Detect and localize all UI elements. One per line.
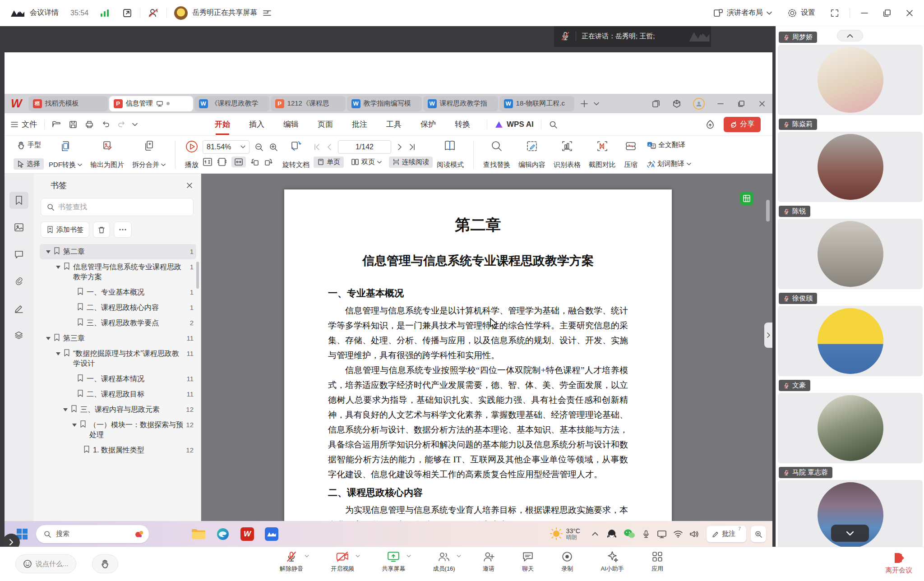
bookmark-item[interactable]: 三、课程内容与思政元素 12 bbox=[40, 402, 196, 417]
taskbar-weather[interactable]: 33°C 晴朗 bbox=[550, 527, 580, 541]
edit-content-button[interactable]: 编辑内容 bbox=[514, 138, 550, 171]
bookmark-item[interactable]: 一、课程基本情况 11 bbox=[40, 371, 196, 387]
layers-panel-icon[interactable] bbox=[9, 327, 28, 344]
record-button[interactable]: 录制 bbox=[561, 551, 573, 573]
wps-doc-tab[interactable]: 稻 找稻壳模板 bbox=[28, 96, 108, 111]
file-explorer-icon[interactable] bbox=[189, 525, 208, 543]
rotate-right-icon[interactable] bbox=[264, 157, 273, 166]
ribbon-tab-tools[interactable]: 工具 bbox=[386, 119, 402, 129]
double-page-button[interactable]: 双页 bbox=[347, 157, 385, 168]
bookmark-item[interactable]: 第二章 1 bbox=[40, 244, 196, 259]
split-merge-button[interactable]: 拆分合并 bbox=[128, 138, 170, 171]
ribbon-tab-convert[interactable]: 转换 bbox=[455, 119, 470, 129]
wechat-tray-icon[interactable] bbox=[624, 529, 635, 540]
minimize-button[interactable] bbox=[860, 9, 869, 18]
table-tool-icon[interactable] bbox=[740, 192, 753, 205]
rotate-doc-button[interactable]: 旋转文档 bbox=[278, 138, 314, 171]
members-button[interactable]: 成员(16) bbox=[433, 551, 455, 573]
start-video-button[interactable]: 开启视频 bbox=[331, 551, 354, 573]
full-translate-button[interactable]: A文 全文翻译 bbox=[643, 139, 689, 151]
bookmark-item[interactable]: 二、课程思政目标 11 bbox=[40, 387, 196, 402]
wps-close-icon[interactable] bbox=[758, 100, 766, 108]
ribbon-tab-page[interactable]: 页面 bbox=[318, 119, 333, 129]
bookmark-item[interactable]: 二、课程思政核心内容 1 bbox=[40, 300, 196, 315]
last-page-icon[interactable] bbox=[408, 143, 416, 151]
bookmark-item[interactable]: 一、专业基本概况 1 bbox=[40, 285, 196, 300]
compress-button[interactable]: 压缩 bbox=[620, 138, 642, 171]
zoom-select[interactable]: 81.54% bbox=[203, 140, 249, 154]
comments-panel-icon[interactable] bbox=[9, 246, 28, 263]
zoom-out-icon[interactable] bbox=[254, 142, 264, 152]
participant-tile[interactable]: 徐俊颀 bbox=[776, 293, 924, 376]
bookmark-item[interactable]: 第三章 11 bbox=[40, 331, 196, 346]
next-page-icon[interactable] bbox=[397, 143, 403, 151]
apps-button[interactable]: 应用 bbox=[651, 551, 663, 573]
thumbnails-panel-icon[interactable] bbox=[9, 219, 28, 236]
pdf-page[interactable]: 第二章 信息管理与信息系统专业课程思政教学方案 一、专业基本概况 信息管理与信息… bbox=[284, 189, 672, 532]
fullscreen-icon[interactable] bbox=[830, 8, 840, 18]
edge-browser-icon[interactable] bbox=[214, 525, 232, 543]
bookmark-item[interactable]: 三、课程思政教学要点 2 bbox=[40, 315, 196, 331]
scroll-up-button[interactable] bbox=[837, 30, 863, 42]
multi-window-icon[interactable] bbox=[651, 99, 661, 108]
bookmark-item[interactable]: （一）模块一：数据探索与预处理 12 bbox=[40, 417, 196, 443]
bookmark-search-input[interactable]: 书签查找 bbox=[41, 198, 194, 216]
prev-page-icon[interactable] bbox=[326, 143, 333, 151]
annotate-button[interactable]: 批注 7 bbox=[707, 526, 746, 542]
ribbon-tab-home[interactable]: 开始 bbox=[215, 119, 230, 129]
new-tab-icon[interactable] bbox=[580, 100, 588, 108]
ribbon-tab-insert[interactable]: 插入 bbox=[249, 119, 264, 129]
member-muted-icon[interactable] bbox=[148, 8, 159, 18]
hand-tool-button[interactable]: 手型 bbox=[14, 139, 45, 151]
meeting-detail-button[interactable]: 会议详情 bbox=[30, 8, 59, 18]
open-icon[interactable] bbox=[52, 120, 61, 129]
word-translate-button[interactable]: 划词翻译 bbox=[643, 158, 695, 170]
play-button[interactable]: 播放 bbox=[181, 138, 203, 171]
bookmark-item[interactable]: 1. 数据属性类型 12 bbox=[40, 443, 196, 458]
participant-tile[interactable]: 周梦娇 bbox=[776, 32, 924, 115]
wps-doc-tab-active[interactable]: P 信息管理 bbox=[109, 96, 193, 111]
ribbon-tab-edit[interactable]: 编辑 bbox=[283, 119, 299, 129]
continuous-read-button[interactable]: 连续阅读 bbox=[389, 157, 433, 168]
participant-tile[interactable]: 文豪 bbox=[776, 380, 924, 463]
signature-panel-icon[interactable] bbox=[9, 300, 28, 317]
undo-icon[interactable] bbox=[102, 120, 110, 129]
bookmarks-panel-icon[interactable] bbox=[9, 192, 28, 209]
tab-list-icon[interactable] bbox=[594, 102, 599, 106]
save-icon[interactable] bbox=[69, 120, 77, 129]
unmute-button[interactable]: 解除静音 bbox=[280, 551, 303, 573]
share-screen-button[interactable]: 共享屏幕 bbox=[382, 551, 405, 573]
fit-page-icon[interactable] bbox=[217, 157, 227, 166]
qq-tray-icon[interactable] bbox=[606, 529, 617, 540]
wps-minimize-icon[interactable] bbox=[716, 100, 725, 108]
file-menu[interactable]: 文件 bbox=[11, 119, 37, 129]
volume-tray-icon[interactable] bbox=[689, 530, 698, 538]
bookmark-item[interactable]: 信息管理与信息系统专业课程思政教学方案 1 bbox=[40, 259, 196, 285]
layout-button[interactable]: 演讲者布局 bbox=[713, 8, 772, 18]
wps-ai-button[interactable]: WPS AI bbox=[494, 120, 534, 129]
wps-doc-tab[interactable]: W 《课程思政教学 bbox=[194, 96, 269, 111]
wifi-tray-icon[interactable] bbox=[673, 530, 683, 538]
zoom-in-icon[interactable] bbox=[268, 142, 278, 152]
screenshot-compare-button[interactable]: 截图对比 bbox=[585, 138, 620, 171]
document-scrollbar[interactable] bbox=[766, 200, 770, 221]
mic-tray-icon[interactable] bbox=[642, 529, 651, 539]
magnifier-button[interactable] bbox=[751, 526, 766, 542]
page-indicator-box[interactable]: 1/142 bbox=[338, 140, 391, 154]
settings-button[interactable]: 设置 bbox=[787, 8, 815, 18]
invite-button[interactable]: 邀请 bbox=[483, 551, 494, 573]
chat-quick-input[interactable]: 说点什么... bbox=[15, 554, 76, 573]
rotate-left-icon[interactable] bbox=[250, 157, 259, 166]
scroll-down-button[interactable] bbox=[831, 525, 869, 542]
pdf-convert-button[interactable]: PDF转换 bbox=[45, 138, 86, 171]
collapse-panel-tab[interactable] bbox=[764, 323, 772, 348]
raise-hand-button[interactable] bbox=[92, 554, 118, 573]
workspace-icon[interactable] bbox=[672, 99, 681, 108]
open-in-window-icon[interactable] bbox=[122, 8, 133, 18]
first-page-icon[interactable] bbox=[314, 143, 321, 151]
maximize-button[interactable] bbox=[882, 9, 892, 18]
bookmarks-close-icon[interactable] bbox=[185, 181, 194, 189]
print-icon[interactable] bbox=[85, 120, 93, 129]
wps-logo[interactable]: W bbox=[11, 97, 22, 111]
participant-tile[interactable]: 陈焱莉 bbox=[776, 119, 924, 202]
